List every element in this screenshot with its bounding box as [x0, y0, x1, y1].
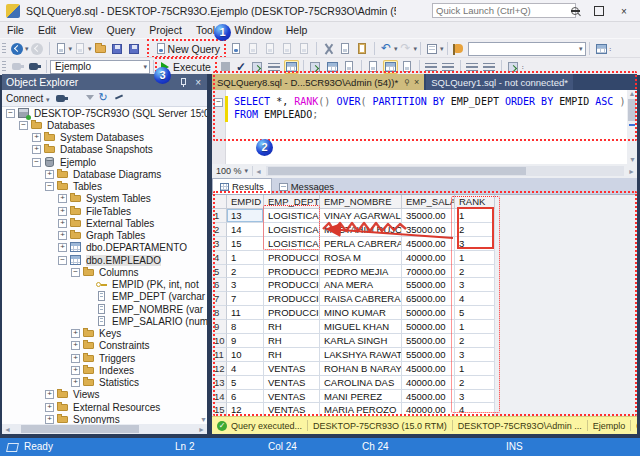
expander-minus-icon[interactable]: −	[19, 121, 28, 130]
grid-cell[interactable]: LOGISTICA	[264, 237, 320, 251]
row-number[interactable]: 2	[212, 223, 227, 237]
pin-icon[interactable]: ⚲	[404, 78, 410, 87]
menu-help[interactable]: Help	[279, 24, 315, 36]
row-number-header[interactable]	[212, 195, 227, 209]
tab-sqlquery1[interactable]: SQLQuery1.sql - not connected*	[426, 74, 573, 90]
grid-cell[interactable]: RH	[264, 334, 320, 348]
expander-plus-icon[interactable]: +	[71, 378, 80, 387]
tree-item-tables[interactable]: −Tables	[2, 181, 207, 193]
disconnect-icon[interactable]	[54, 93, 65, 104]
expander-plus-icon[interactable]: +	[45, 390, 54, 399]
menu-edit[interactable]: Edit	[31, 24, 63, 36]
row-number[interactable]: 8	[212, 306, 227, 320]
chevron-down-icon[interactable]: ▾	[69, 45, 73, 53]
intellisense-toggle[interactable]	[308, 60, 323, 74]
chevron-down-icon[interactable]: ▾	[143, 63, 147, 71]
refresh-icon[interactable]: ↻	[99, 93, 110, 104]
tree-item-emp-nombre-var[interactable]: EMP_NOMBRE (var	[2, 303, 207, 315]
expander-minus-icon[interactable]: −	[71, 268, 80, 277]
grid-cell[interactable]: 65000.00	[402, 292, 455, 306]
object-explorer-header[interactable]: Object Explorer ×	[2, 74, 207, 90]
tree-item-dbo-empleado[interactable]: −dbo.EMPLEADO	[2, 254, 207, 266]
chevron-down-icon[interactable]: ▾	[414, 45, 418, 53]
close-icon[interactable]: ×	[195, 77, 201, 88]
toolbar-overflow-icon[interactable]: ᎓	[609, 45, 613, 52]
expander-plus-icon[interactable]: +	[58, 243, 67, 252]
tree-item-desktop-75cr93o-sql-server-15-0-2095[interactable]: −DESKTOP-75CR93O (SQL Server 15.0.2095	[2, 107, 207, 119]
navigate-back-button[interactable]	[10, 42, 25, 56]
tree-item-emp-salario-num[interactable]: EMP_SALARIO (num	[2, 315, 207, 327]
scripting-icon[interactable]	[114, 93, 125, 104]
expander-plus-icon[interactable]: +	[71, 366, 80, 375]
tree-item-columns[interactable]: −Columns	[2, 266, 207, 278]
tree-item-filetables[interactable]: +FileTables	[2, 205, 207, 217]
expander-minus-icon[interactable]: −	[45, 182, 54, 191]
grid-cell[interactable]: KARLA SINGH	[320, 334, 402, 348]
save-button[interactable]	[110, 42, 125, 56]
tree-scrollbar[interactable]: ▲▼	[198, 107, 207, 424]
grid-cell[interactable]: 2	[227, 265, 264, 279]
close-icon[interactable]: ×	[414, 77, 419, 87]
cut-button[interactable]	[321, 42, 336, 56]
find-combobox[interactable]: ▾	[468, 42, 586, 56]
execute-button[interactable]: Execute	[157, 59, 215, 74]
new-database-query-button[interactable]	[229, 42, 244, 56]
toolbar-grip[interactable]	[2, 61, 6, 73]
grid-cell[interactable]: 3	[455, 278, 495, 292]
grid-cell[interactable]: 5	[455, 306, 495, 320]
tree-item-triggers[interactable]: +Triggers	[2, 352, 207, 364]
grid-cell[interactable]: 1	[455, 209, 495, 223]
grid-cell[interactable]: 10	[227, 348, 264, 362]
row-number[interactable]: 14	[212, 390, 227, 404]
grid-cell[interactable]: 7	[227, 292, 264, 306]
grid-cell[interactable]: MUSTAHIM RUJOOL	[320, 223, 402, 237]
results-to-file-button[interactable]	[400, 60, 415, 74]
copy-button[interactable]	[338, 42, 353, 56]
row-number[interactable]: 15	[212, 403, 227, 416]
tree-item-databases[interactable]: −Databases	[2, 119, 207, 131]
row-number[interactable]: 10	[212, 334, 227, 348]
menu-view[interactable]: View	[63, 24, 100, 36]
grid-cell[interactable]: CAROLINA DAS	[320, 376, 402, 390]
grid-cell[interactable]: VENTAS	[264, 376, 320, 390]
grid-cell[interactable]: 40000.00	[402, 251, 455, 265]
grid-cell[interactable]: 50000.00	[402, 306, 455, 320]
editor-horizontal-scrollbar[interactable]	[266, 166, 624, 176]
grid-cell[interactable]: 2	[455, 223, 495, 237]
grid-cell[interactable]: 11	[227, 306, 264, 320]
grid-cell[interactable]: PERLA CABRERA	[320, 237, 402, 251]
grid-cell[interactable]: 3	[455, 237, 495, 251]
expander-plus-icon[interactable]: +	[71, 341, 80, 350]
grid-cell[interactable]: RH	[264, 320, 320, 334]
open-file-button[interactable]	[93, 42, 108, 56]
grid-cell[interactable]: 45000.00	[402, 362, 455, 376]
tree-item-database-snapshots[interactable]: +Database Snapshots	[2, 144, 207, 156]
column-header-emp_salario[interactable]: EMP_SALARIO	[402, 195, 455, 209]
grid-cell[interactable]: MARIA PEROZO	[320, 403, 402, 416]
zoom-selector[interactable]: 100 % ▾	[212, 166, 253, 176]
new-dmx-query-button[interactable]	[263, 42, 278, 56]
grid-cell[interactable]: VINAY AGARWAL	[320, 209, 402, 223]
tree-item-external-tables[interactable]: +External Tables	[2, 217, 207, 229]
row-number[interactable]: 5	[212, 265, 227, 279]
tree-item-ejemplo[interactable]: −Ejemplo	[2, 156, 207, 168]
tab-messages[interactable]: Messages	[272, 179, 341, 194]
tree-item-emp-dept-varchar[interactable]: EMP_DEPT (varchar	[2, 291, 207, 303]
new-query-button[interactable]: New Query	[149, 41, 225, 56]
close-button[interactable]: ×	[618, 6, 630, 17]
uncomment-selection-button[interactable]	[441, 60, 456, 74]
expander-plus-icon[interactable]: +	[58, 231, 67, 240]
toolbar-overflow-icon[interactable]: ᎓	[521, 63, 525, 70]
expander-plus-icon[interactable]: +	[58, 194, 67, 203]
row-number[interactable]: 13	[212, 376, 227, 390]
stop-icon[interactable]	[69, 93, 80, 104]
save-all-button[interactable]	[127, 42, 142, 56]
column-header-emp_dept[interactable]: EMP_DEPT	[264, 195, 320, 209]
new-analysis-query-button[interactable]	[297, 42, 312, 56]
grid-cell[interactable]: 4	[455, 403, 495, 416]
expander-plus-icon[interactable]: +	[32, 133, 41, 142]
grid-cell[interactable]: 14	[227, 223, 264, 237]
decrease-indent-button[interactable]	[465, 60, 480, 74]
registered-servers-button[interactable]	[594, 42, 609, 56]
results-to-text-button[interactable]	[366, 60, 381, 74]
